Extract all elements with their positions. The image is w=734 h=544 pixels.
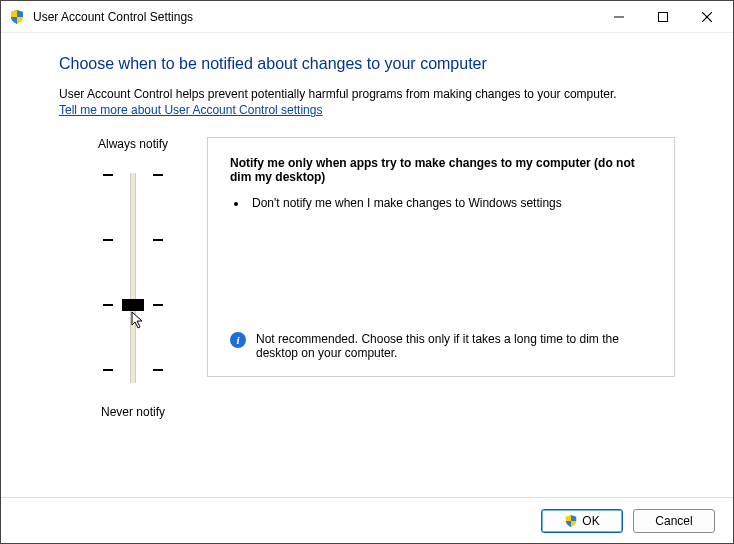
- minimize-button[interactable]: [597, 2, 641, 32]
- notification-slider[interactable]: [103, 163, 163, 393]
- window-title: User Account Control Settings: [33, 10, 193, 24]
- notification-description-box: Notify me only when apps try to make cha…: [207, 137, 675, 377]
- uac-settings-window: User Account Control Settings Choose whe…: [0, 0, 734, 544]
- title-bar: User Account Control Settings: [1, 1, 733, 33]
- learn-more-link[interactable]: Tell me more about User Account Control …: [59, 103, 322, 117]
- dialog-footer: OK Cancel: [1, 497, 733, 543]
- slider-bottom-label: Never notify: [101, 405, 165, 419]
- page-description: User Account Control helps prevent poten…: [59, 87, 675, 101]
- content-area: Choose when to be notified about changes…: [1, 33, 733, 419]
- ok-button-label: OK: [582, 514, 599, 528]
- notification-bullet: Don't notify me when I make changes to W…: [248, 196, 652, 210]
- cancel-button[interactable]: Cancel: [633, 509, 715, 533]
- notification-slider-column: Always notify Never notify: [59, 137, 207, 419]
- cancel-button-label: Cancel: [655, 514, 692, 528]
- slider-thumb[interactable]: [122, 299, 144, 311]
- shield-icon: [9, 9, 25, 25]
- close-button[interactable]: [685, 2, 729, 32]
- slider-top-label: Always notify: [98, 137, 168, 151]
- slider-track: [130, 173, 136, 383]
- maximize-button[interactable]: [641, 2, 685, 32]
- recommendation-note: i Not recommended. Choose this only if i…: [230, 332, 652, 360]
- shield-icon: [564, 514, 578, 528]
- info-icon: i: [230, 332, 246, 348]
- page-heading: Choose when to be notified about changes…: [59, 55, 675, 73]
- notification-level-title: Notify me only when apps try to make cha…: [230, 156, 652, 184]
- recommendation-text: Not recommended. Choose this only if it …: [256, 332, 652, 360]
- ok-button[interactable]: OK: [541, 509, 623, 533]
- svg-rect-1: [659, 12, 668, 21]
